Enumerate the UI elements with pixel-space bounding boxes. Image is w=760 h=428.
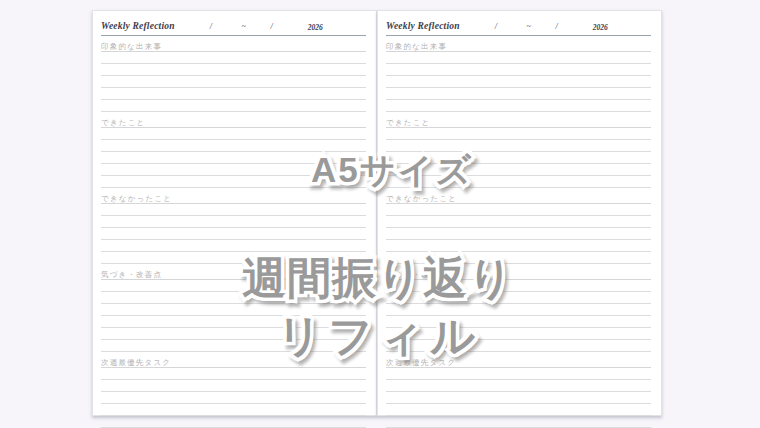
ruled-line	[101, 316, 366, 328]
ruled-line	[386, 328, 651, 340]
ruled-line	[386, 252, 651, 264]
section-label-row: できなかったこと	[386, 188, 651, 204]
ruled-line	[101, 416, 366, 428]
date-slash-icon: /	[271, 23, 273, 31]
ruled-line	[386, 404, 651, 416]
notebook-page-right: Weekly Reflection/~/2026印象的な出来事できたことできなか…	[377, 10, 662, 416]
ruled-line	[386, 380, 651, 392]
section-label-row: できなかったこと	[101, 188, 366, 204]
section-label: できたこと	[386, 119, 430, 128]
section-label-row: 印象的な出来事	[386, 36, 651, 52]
year-label: 2026	[593, 24, 608, 32]
ruled-line	[386, 228, 651, 240]
page-header: Weekly Reflection/~/2026	[386, 11, 651, 36]
section-label: できなかったこと	[386, 195, 457, 204]
ruled-line	[386, 176, 651, 188]
section-label: 気づき・改善点	[386, 271, 447, 280]
ruled-line	[386, 140, 651, 152]
ruled-line	[386, 52, 651, 64]
date-tilde-icon: ~	[526, 23, 530, 31]
section-label-row: 気づき・改善点	[386, 264, 651, 280]
section-label-row: 気づき・改善点	[101, 264, 366, 280]
ruled-line	[101, 64, 366, 76]
ruled-line	[101, 76, 366, 88]
ruled-line	[101, 140, 366, 152]
ruled-line	[101, 380, 366, 392]
ruled-line	[101, 240, 366, 252]
page-title: Weekly Reflection	[386, 22, 460, 32]
ruled-line	[386, 216, 651, 228]
ruled-line	[386, 340, 651, 352]
year-label: 2026	[308, 24, 323, 32]
ruled-line	[101, 88, 366, 100]
ruled-line	[386, 392, 651, 404]
date-slash-icon: /	[556, 23, 558, 31]
ruled-line	[101, 304, 366, 316]
ruled-line	[386, 204, 651, 216]
ruled-line	[101, 128, 366, 140]
ruled-line	[101, 328, 366, 340]
ruled-line	[386, 76, 651, 88]
ruled-line	[101, 392, 366, 404]
notebook-page-left: Weekly Reflection/~/2026印象的な出来事できたことできなか…	[92, 10, 377, 416]
date-tilde-icon: ~	[241, 23, 245, 31]
section-label: 印象的な出来事	[386, 43, 447, 52]
section-label-row: 次週最優先タスク	[386, 352, 651, 368]
date-slash-icon: /	[210, 23, 212, 31]
ruled-line	[101, 228, 366, 240]
notebook-spread: Weekly Reflection/~/2026印象的な出来事できたことできなか…	[92, 10, 662, 416]
ruled-line	[386, 164, 651, 176]
section-label: 次週最優先タスク	[386, 359, 456, 368]
ruled-line	[386, 152, 651, 164]
section-label-row: できたこと	[386, 112, 651, 128]
date-slash-icon: /	[495, 23, 497, 31]
ruled-line	[101, 176, 366, 188]
ruled-line	[386, 304, 651, 316]
ruled-line	[101, 52, 366, 64]
product-image: Weekly Reflection/~/2026印象的な出来事できたことできなか…	[0, 0, 760, 428]
ruled-line	[101, 368, 366, 380]
ruled-line	[386, 64, 651, 76]
ruled-line	[386, 292, 651, 304]
ruled-line	[386, 416, 651, 428]
ruled-line	[386, 100, 651, 112]
ruled-line	[101, 100, 366, 112]
section-label-row: できたこと	[101, 112, 366, 128]
ruled-line	[101, 280, 366, 292]
ruled-line	[101, 216, 366, 228]
section-label: できなかったこと	[101, 195, 172, 204]
ruled-line	[101, 204, 366, 216]
page-header: Weekly Reflection/~/2026	[101, 11, 366, 36]
section-label-row: 印象的な出来事	[101, 36, 366, 52]
section-label: できたこと	[101, 119, 145, 128]
page-title: Weekly Reflection	[101, 22, 175, 32]
ruled-line	[386, 88, 651, 100]
section-label: 印象的な出来事	[101, 43, 162, 52]
ruled-line	[386, 316, 651, 328]
section-label: 次週最優先タスク	[101, 359, 171, 368]
ruled-line	[101, 152, 366, 164]
ruled-line	[101, 340, 366, 352]
ruled-line	[101, 164, 366, 176]
ruled-line	[386, 280, 651, 292]
ruled-line	[386, 368, 651, 380]
ruled-line	[101, 404, 366, 416]
ruled-line	[101, 292, 366, 304]
section-label-row: 次週最優先タスク	[101, 352, 366, 368]
ruled-line	[101, 252, 366, 264]
ruled-line	[386, 240, 651, 252]
section-label: 気づき・改善点	[101, 271, 162, 280]
ruled-line	[386, 128, 651, 140]
